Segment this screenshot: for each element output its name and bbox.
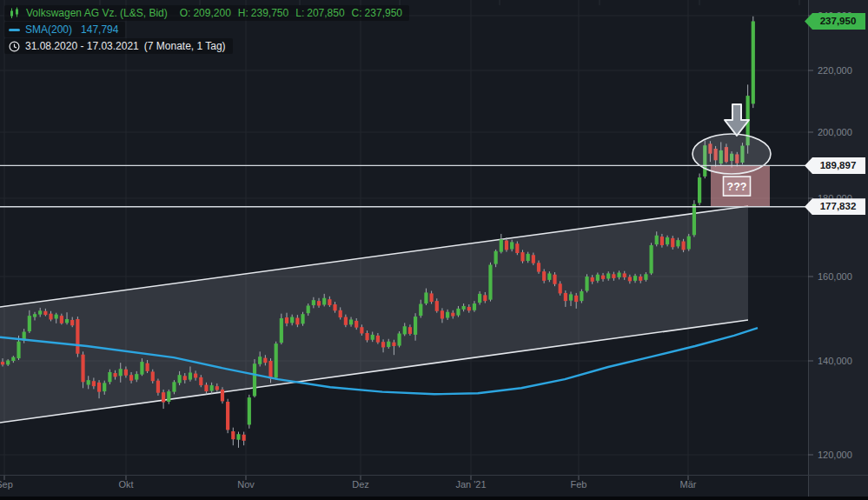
time-tick-label: Jan '21 <box>455 479 486 490</box>
price-tick-label: 160,000 <box>818 271 852 283</box>
level-badge-lower: 177,832 <box>805 198 865 215</box>
price-tick-label: 220,000 <box>818 65 852 77</box>
ohlc-open: O:209,200 <box>180 7 231 19</box>
candlestick-icon <box>9 7 21 19</box>
sma-label: SMA(200) <box>25 23 72 36</box>
time-tick-label: Feb <box>571 479 587 490</box>
chart-window: ??? Volkswagen AG Vz. (L&S, Bid) O:209,2… <box>0 0 868 500</box>
level-badge-upper: 189,897 <box>805 157 865 174</box>
last-price-badge: 237,950 <box>805 13 865 30</box>
date-duration: (7 Monate, 1 Tag) <box>144 40 226 52</box>
sma-swatch-icon <box>9 28 20 32</box>
price-tick-label: 140,000 <box>818 356 852 367</box>
time-tick-label: Mär <box>680 479 697 490</box>
ohlc-values: O:209,200H:239,750L:207,850C:237,950 <box>173 7 402 19</box>
price-tick-label: 200,000 <box>818 127 852 138</box>
ohlc-close: C:237,950 <box>352 7 402 19</box>
instrument-legend: Volkswagen AG Vz. (L&S, Bid) O:209,200H:… <box>4 5 409 21</box>
plot-area: ??? <box>0 0 808 475</box>
sma-legend: SMA(200) 147,794 <box>4 22 125 37</box>
price-tick-label: 120,000 <box>818 450 852 461</box>
instrument-title: Volkswagen AG Vz. (L&S, Bid) <box>26 7 168 19</box>
time-tick-label: Sep <box>0 479 13 490</box>
time-tick-label: Nov <box>237 479 255 490</box>
clock-icon <box>9 41 20 52</box>
time-tick-label: Dez <box>352 479 369 490</box>
ohlc-low: L:207,850 <box>295 7 344 19</box>
date-range: 31.08.2020 - 17.03.2021 <box>25 40 139 52</box>
sma-value: 147,794 <box>81 23 118 36</box>
date-range-legend: 31.08.2020 - 17.03.2021 (7 Monate, 1 Tag… <box>4 38 233 54</box>
down-arrow-icon <box>725 104 749 136</box>
bottom-bar <box>0 497 868 500</box>
ohlc-high: H:239,750 <box>238 7 288 19</box>
time-tick-label: Okt <box>118 479 133 490</box>
question-box-label: ??? <box>727 181 747 193</box>
candlestick-chart[interactable]: ??? <box>0 0 868 500</box>
